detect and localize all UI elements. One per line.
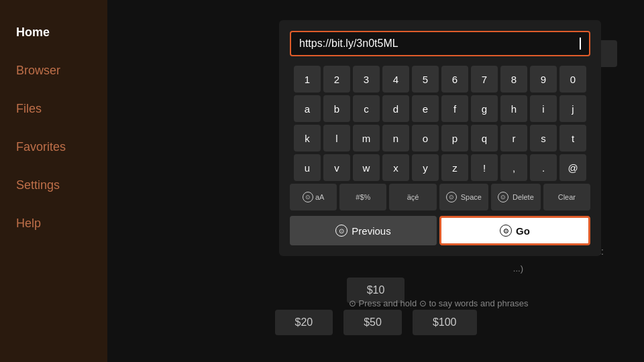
action-row: ⊙ Previous ⊙ Go (290, 216, 590, 245)
key-8[interactable]: 8 (500, 66, 527, 93)
key-t[interactable]: t (559, 125, 586, 152)
key-a[interactable]: a (294, 95, 321, 122)
circle-icon-previous: ⊙ (335, 225, 347, 237)
sidebar-item-settings[interactable]: Settings (0, 166, 107, 204)
sidebar: Home Browser Files Favorites Settings He… (0, 0, 107, 362)
url-cursor (580, 38, 581, 50)
sidebar-item-home[interactable]: Home (0, 13, 107, 52)
key-0[interactable]: 0 (559, 66, 586, 93)
key-accents[interactable]: äçé (389, 184, 436, 210)
number-row: 1 2 3 4 5 6 7 8 9 0 (290, 66, 590, 93)
key-p[interactable]: p (441, 125, 468, 152)
key-o[interactable]: o (412, 125, 439, 152)
key-x[interactable]: x (382, 154, 409, 181)
key-v[interactable]: v (323, 154, 350, 181)
key-6[interactable]: 6 (441, 66, 468, 93)
key-i[interactable]: i (530, 95, 557, 122)
main-content: ...ase donation buttons: ...) $10 $20 $5… (107, 0, 644, 362)
circle-icon-go: ⊙ (500, 225, 512, 237)
key-f[interactable]: f (441, 95, 468, 122)
key-9[interactable]: 9 (530, 66, 557, 93)
key-w[interactable]: w (353, 154, 380, 181)
key-b[interactable]: b (323, 95, 350, 122)
go-button[interactable]: ⊙ Go (439, 216, 590, 245)
circle-icon-space: ⊙ (446, 192, 457, 202)
key-symbols[interactable]: #$% (339, 184, 386, 210)
key-7[interactable]: 7 (471, 66, 498, 93)
key-excl[interactable]: ! (471, 154, 498, 181)
key-j[interactable]: j (559, 95, 586, 122)
keyboard-overlay: https://bit.ly/3n0t5ML 1 2 3 4 5 6 7 8 9… (279, 20, 601, 256)
row-u-at: u v w x y z ! , . @ (290, 154, 590, 181)
key-y[interactable]: y (412, 154, 439, 181)
key-l[interactable]: l (323, 125, 350, 152)
row-aj: a b c d e f g h i j (290, 95, 590, 122)
key-dot[interactable]: . (530, 154, 557, 181)
keyboard: 1 2 3 4 5 6 7 8 9 0 a b c d e f g h (290, 66, 590, 245)
donation-row-bottom: $20 $50 $100 (275, 310, 477, 335)
previous-button[interactable]: ⊙ Previous (290, 216, 437, 245)
key-space[interactable]: ⊙ Space (439, 184, 488, 210)
key-c[interactable]: c (353, 95, 380, 122)
key-1[interactable]: 1 (294, 66, 321, 93)
donation-20-button[interactable]: $20 (275, 310, 333, 335)
special-row: ⊙aA #$% äçé ⊙ Space ⊙ Delete Clear (290, 184, 590, 210)
donation-50-button[interactable]: $50 (343, 310, 402, 335)
key-clear[interactable]: Clear (543, 184, 590, 210)
key-r[interactable]: r (500, 125, 527, 152)
hint-text: ⊙ Press and hold ⊙ to say words and phra… (349, 298, 529, 308)
row-kt: k l m n o p q r s t (290, 125, 590, 152)
key-4[interactable]: 4 (382, 66, 409, 93)
circle-icon-aa: ⊙ (303, 192, 313, 202)
sidebar-item-favorites[interactable]: Favorites (0, 128, 107, 166)
key-m[interactable]: m (353, 125, 380, 152)
key-comma[interactable]: , (500, 154, 527, 181)
key-g[interactable]: g (471, 95, 498, 122)
sidebar-item-help[interactable]: Help (0, 204, 107, 243)
key-q[interactable]: q (471, 125, 498, 152)
url-input-bar[interactable]: https://bit.ly/3n0t5ML (290, 31, 590, 56)
key-3[interactable]: 3 (353, 66, 380, 93)
sidebar-item-files[interactable]: Files (0, 90, 107, 128)
key-z[interactable]: z (441, 154, 468, 181)
key-n[interactable]: n (382, 125, 409, 152)
donation-100-button[interactable]: $100 (413, 310, 477, 335)
key-h[interactable]: h (500, 95, 527, 122)
sidebar-item-browser[interactable]: Browser (0, 52, 107, 90)
key-k[interactable]: k (294, 125, 321, 152)
key-s[interactable]: s (530, 125, 557, 152)
key-d[interactable]: d (382, 95, 409, 122)
donation-suffix: ...) (513, 263, 523, 274)
key-delete[interactable]: ⊙ Delete (491, 184, 541, 210)
key-2[interactable]: 2 (323, 66, 350, 93)
key-at[interactable]: @ (559, 154, 586, 181)
key-5[interactable]: 5 (412, 66, 439, 93)
key-u[interactable]: u (294, 154, 321, 181)
circle-icon-delete: ⊙ (498, 192, 508, 202)
key-e[interactable]: e (412, 95, 439, 122)
url-value: https://bit.ly/3n0t5ML (299, 38, 578, 50)
key-aa[interactable]: ⊙aA (290, 184, 337, 210)
